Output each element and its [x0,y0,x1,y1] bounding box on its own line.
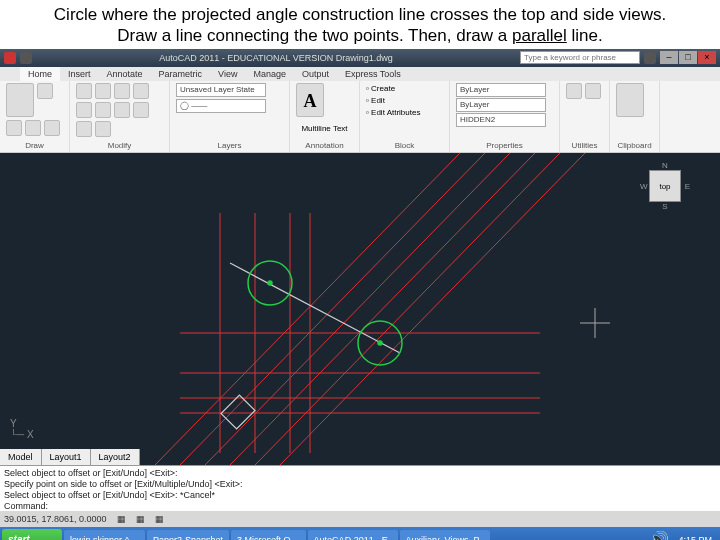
util-tool[interactable] [585,83,601,99]
ucs-icon: Y└─ X [10,418,34,440]
minimize-button[interactable]: – [660,51,678,64]
modify-tool[interactable] [76,102,92,118]
status-toggle[interactable]: ▦ [136,514,145,524]
drawing-svg [0,153,720,465]
command-window[interactable]: Select object to offset or [Exit/Undo] <… [0,465,720,511]
measure-tool-icon[interactable] [566,83,582,99]
ribbon-tabs: Home Insert Annotate Parametric View Man… [0,67,720,81]
tab-layout1[interactable]: Layout1 [42,449,91,465]
linetype-combo[interactable]: HIDDEN2 [456,113,546,127]
modify-tool[interactable] [76,121,92,137]
help-search-input[interactable] [520,51,640,64]
viewcube[interactable]: N S E W top [640,161,690,211]
taskbar-item[interactable]: AutoCAD 2011 - E… [308,530,398,541]
draw-tool[interactable] [37,83,53,99]
modify-tool[interactable] [95,121,111,137]
search-icon[interactable] [644,52,656,64]
svg-line-4 [255,153,560,465]
layer-state-combo[interactable]: Unsaved Layer State [176,83,266,97]
maximize-button[interactable]: □ [679,51,697,64]
window-title: AutoCAD 2011 - EDUCATIONAL VERSION Drawi… [36,53,516,63]
tab-home[interactable]: Home [20,67,60,81]
status-toggle[interactable]: ▦ [155,514,164,524]
multiline-text-label: Multiline Text [296,124,353,133]
svg-line-2 [205,153,510,465]
command-prompt: Command: [4,501,48,511]
block-edit[interactable]: ▫ Edit [366,95,443,107]
qat-button[interactable] [20,52,32,64]
close-button[interactable]: × [698,51,716,64]
taskbar-item[interactable]: Auxiliary_Views_P… [400,530,490,541]
block-create[interactable]: ▫ Create [366,83,443,95]
group-label: Draw [6,141,63,150]
taskbar-item[interactable]: 3 Microsoft O… [231,530,306,541]
svg-line-5 [280,153,585,465]
draw-tool[interactable] [6,120,22,136]
tab-model[interactable]: Model [0,449,42,465]
status-bar: 39.0015, 17.8061, 0.0000 ▦ ▦ ▦ [0,511,720,527]
draw-tool[interactable] [25,120,41,136]
layout-tabs: Model Layout1 Layout2 [0,449,140,465]
coordinates: 39.0015, 17.8061, 0.0000 [4,514,107,524]
tab-output[interactable]: Output [294,67,337,81]
start-button[interactable]: start [2,529,62,541]
svg-rect-15 [221,395,255,429]
modify-tool[interactable] [76,83,92,99]
modify-tool[interactable] [114,102,130,118]
group-label: Modify [76,141,163,150]
drawing-canvas[interactable]: N S E W top Y└─ X Model Layout1 Layout2 [0,153,720,465]
tab-express[interactable]: Express Tools [337,67,409,81]
group-label: Clipboard [616,141,653,150]
modify-tool[interactable] [114,83,130,99]
modify-tool[interactable] [133,83,149,99]
group-label: Utilities [566,141,603,150]
layer-combo[interactable]: ◯ —— [176,99,266,113]
svg-point-19 [378,341,382,345]
modify-tool[interactable] [95,102,111,118]
instruction-text: Circle where the projected angle constru… [0,0,720,49]
group-label: Layers [176,141,283,150]
group-label: Block [366,141,443,150]
svg-point-17 [268,281,272,285]
group-label: Annotation [296,141,353,150]
tab-insert[interactable]: Insert [60,67,99,81]
tab-manage[interactable]: Manage [245,67,294,81]
svg-line-3 [230,153,535,465]
tray-icon[interactable]: 🔊 [649,530,669,540]
line-tool-icon[interactable] [6,83,34,117]
viewcube-face[interactable]: top [649,170,681,202]
app-logo-icon [4,52,16,64]
tab-annotate[interactable]: Annotate [99,67,151,81]
text-tool-icon[interactable]: A [296,83,324,117]
svg-line-0 [155,153,460,465]
window-titlebar: AutoCAD 2011 - EDUCATIONAL VERSION Drawi… [0,49,720,67]
windows-taskbar: start lewin.skinner.A… Paper2-Snapshot 3… [0,527,720,541]
tab-view[interactable]: View [210,67,245,81]
clock: 4:15 PM [672,535,718,541]
modify-tool[interactable] [95,83,111,99]
taskbar-item[interactable]: lewin.skinner.A… [64,530,145,541]
block-edit-attr[interactable]: ▫ Edit Attributes [366,107,443,119]
draw-tool[interactable] [44,120,60,136]
system-tray: 🔊 4:15 PM [649,530,718,540]
lineweight-combo[interactable]: ByLayer [456,98,546,112]
status-toggle[interactable]: ▦ [117,514,126,524]
color-combo[interactable]: ByLayer [456,83,546,97]
tab-layout2[interactable]: Layout2 [91,449,140,465]
taskbar-item[interactable]: Paper2-Snapshot [147,530,229,541]
paste-tool-icon[interactable] [616,83,644,117]
ribbon: Draw Modify Unsaved Layer State ◯ —— Lay… [0,81,720,153]
modify-tool[interactable] [133,102,149,118]
tab-parametric[interactable]: Parametric [151,67,211,81]
group-label: Properties [456,141,553,150]
